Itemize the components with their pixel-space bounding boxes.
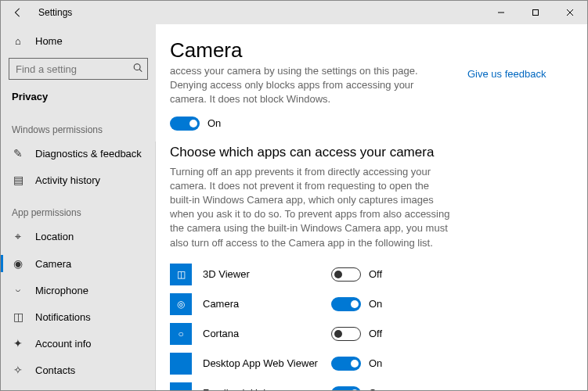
svg-point-4 [134, 64, 140, 70]
sidebar-item-home[interactable]: ⌂ Home [1, 30, 156, 52]
app-row: ◎CameraOn [170, 289, 452, 319]
app-row: Desktop App Web ViewerOn [170, 349, 452, 378]
maximize-button[interactable] [518, 1, 553, 24]
app-icon [170, 382, 192, 390]
app-toggle[interactable] [331, 267, 361, 282]
section-label-windows-permissions: Windows permissions [1, 110, 156, 140]
sidebar-item-diagnostics[interactable]: ✎Diagnostics & feedback [1, 140, 156, 167]
diagnostics-icon: ✎ [12, 147, 24, 160]
history-icon: ▤ [12, 174, 24, 186]
sidebar-item-label: Location [35, 231, 74, 242]
app-toggle[interactable] [331, 297, 361, 311]
app-name: Feedback Hub [203, 387, 320, 390]
sidebar-item-account[interactable]: ✦Account info [1, 330, 156, 357]
sidebar-item-label: Activity history [35, 174, 100, 186]
content: Camera access your camera by using the s… [156, 24, 587, 390]
camera-icon: ◉ [12, 257, 24, 270]
svg-rect-1 [533, 10, 539, 16]
sidebar-item-microphone[interactable]: ⏑Microphone [1, 277, 156, 303]
minimize-button[interactable] [484, 1, 518, 24]
app-row: Feedback HubOn [170, 378, 452, 390]
sidebar-item-label: Account info [35, 338, 92, 350]
search-input[interactable] [9, 58, 148, 80]
sidebar-item-contacts[interactable]: ✧Contacts [1, 357, 156, 383]
app-icon [170, 353, 192, 375]
search-icon [132, 63, 143, 76]
sidebar-section-title: Privacy [1, 86, 156, 110]
app-toggle-label: On [369, 387, 382, 390]
sidebar-item-label: Notifications [35, 311, 91, 323]
sidebar: ⌂ Home Privacy Windows permissions ✎Diag… [1, 24, 156, 390]
sidebar-item-label: Home [35, 35, 63, 47]
location-icon: ⌖ [12, 230, 24, 243]
section-label-app-permissions: App permissions [1, 193, 156, 223]
back-button[interactable] [1, 1, 35, 24]
page-title: Camera [170, 38, 452, 63]
app-icon: ◎ [170, 293, 192, 315]
app-row: ○CortanaOff [170, 319, 452, 349]
contacts-icon: ✧ [12, 364, 24, 376]
camera-access-toggle[interactable] [170, 117, 200, 131]
app-icon: ○ [170, 323, 192, 345]
svg-line-5 [139, 70, 142, 72]
app-toggle-label: Off [369, 328, 382, 339]
microphone-icon: ⏑ [12, 284, 24, 296]
app-name: Desktop App Web Viewer [203, 357, 320, 369]
window-title: Settings [35, 7, 72, 18]
app-toggle[interactable] [331, 386, 361, 390]
feedback-link[interactable]: Give us feedback [467, 68, 546, 80]
camera-access-toggle-label: On [207, 117, 221, 129]
app-name: Cortana [203, 328, 320, 339]
account-icon: ✦ [12, 337, 24, 350]
app-name: Camera [203, 298, 320, 310]
sidebar-item-history[interactable]: ▤Activity history [1, 167, 156, 193]
sidebar-item-label: Contacts [35, 364, 75, 376]
page-intro: access your camera by using the settings… [170, 64, 452, 107]
subheading: Choose which apps can access your camera [170, 145, 452, 160]
sidebar-item-label: Camera [35, 258, 71, 270]
app-name: 3D Viewer [203, 268, 320, 280]
home-icon: ⌂ [12, 35, 24, 47]
app-toggle[interactable] [331, 357, 361, 371]
notifications-icon: ◫ [12, 310, 24, 323]
close-button[interactable] [553, 1, 587, 24]
app-toggle-label: Off [369, 268, 382, 280]
app-toggle[interactable] [331, 327, 361, 341]
sidebar-item-calendar[interactable]: ▦Calendar [1, 383, 156, 390]
app-row: ◫3D ViewerOff [170, 260, 452, 289]
sidebar-item-label: Microphone [35, 285, 88, 296]
sidebar-item-notifications[interactable]: ◫Notifications [1, 303, 156, 330]
sidebar-item-location[interactable]: ⌖Location [1, 223, 156, 250]
sidebar-item-label: Diagnostics & feedback [35, 148, 142, 160]
app-toggle-label: On [369, 298, 382, 310]
sidebar-item-camera[interactable]: ◉Camera [1, 250, 156, 277]
app-toggle-label: On [369, 357, 382, 369]
titlebar: Settings [1, 1, 587, 24]
sub-description: Turning off an app prevents it from dire… [170, 165, 452, 250]
app-icon: ◫ [170, 264, 192, 285]
